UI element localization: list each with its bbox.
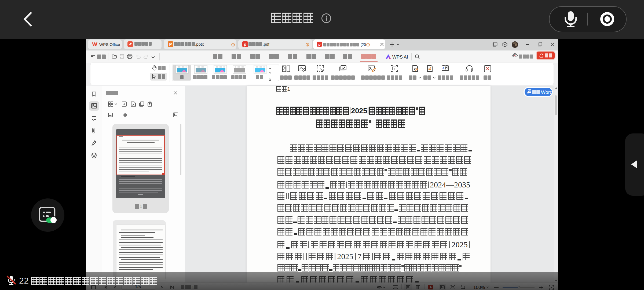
svg-text:ρ: ρ [318, 42, 320, 46]
svg-text:ρ: ρ [244, 42, 246, 46]
svg-text:P: P [169, 42, 172, 46]
svg-text:A: A [442, 66, 445, 70]
